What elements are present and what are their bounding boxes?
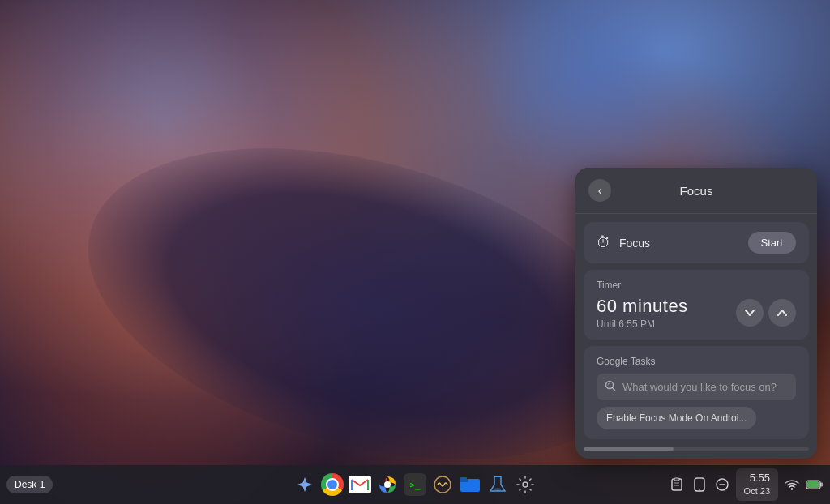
desk-label[interactable]: Desk 1 [6,476,53,493]
photos-icon[interactable] [374,472,400,498]
scroll-bar [584,447,674,451]
time-date-display[interactable]: 5:55 Oct 23 [736,468,778,500]
audio-icon[interactable] [430,472,456,498]
timer-info: 60 minutes Until 6:55 PM [597,296,736,330]
start-button[interactable]: Start [748,232,796,254]
svg-rect-23 [807,481,819,488]
svg-point-5 [434,476,451,493]
timer-increase-button[interactable] [768,299,796,327]
focus-row: ⏱ Focus Start [584,222,809,263]
timer-value: 60 minutes [597,296,736,317]
gmail-icon[interactable] [347,472,373,498]
timer-controls [736,299,796,327]
svg-rect-22 [820,483,823,487]
panel-title: Focus [611,184,781,198]
scroll-indicator [584,447,809,451]
focus-mode-icon: ⏱ [597,234,611,251]
time-text: 5:55 [750,472,770,485]
date-text: Oct 23 [744,485,770,497]
timer-label: Timer [597,280,796,291]
dnd-icon[interactable] [713,476,731,493]
panel-header: ‹ Focus [575,168,817,214]
timer-until: Until 6:55 PM [597,318,736,330]
timer-row: 60 minutes Until 6:55 PM [597,296,796,330]
focus-panel: ‹ Focus ⏱ Focus Start Timer 60 minutes U… [575,168,817,459]
tasks-input-row[interactable]: What would you like to focus on? [597,374,796,400]
tasks-placeholder: What would you like to focus on? [622,381,777,393]
phone-icon[interactable] [691,476,708,493]
launcher-icon[interactable] [292,472,318,498]
timer-section: Timer 60 minutes Until 6:55 PM [584,270,809,340]
taskbar-center: >_ [292,472,538,498]
lab-icon[interactable] [485,472,511,498]
tasks-section: Google Tasks What would you like to focu… [584,346,809,439]
chrome-icon[interactable] [319,472,345,498]
taskbar-left: Desk 1 [6,476,53,493]
wifi-icon[interactable] [783,476,801,493]
terminal-icon[interactable]: >_ [402,472,428,498]
tasks-search-icon [605,380,616,394]
svg-point-17 [699,489,700,490]
svg-point-10 [494,488,501,491]
taskbar: Desk 1 [0,465,830,504]
svg-rect-8 [460,477,467,480]
svg-rect-9 [494,476,501,477]
svg-rect-13 [674,478,679,481]
svg-point-4 [384,481,391,488]
svg-point-11 [523,482,528,487]
settings-icon[interactable] [512,472,538,498]
back-button[interactable]: ‹ [588,179,611,202]
battery-icon[interactable] [806,476,824,493]
timer-decrease-button[interactable] [736,299,764,327]
svg-point-20 [791,488,793,489]
focus-row-label: Focus [619,237,748,250]
enable-focus-mode-button[interactable]: Enable Focus Mode On Androi... [597,407,756,429]
tasks-label: Google Tasks [597,356,796,367]
taskbar-right: 5:55 Oct 23 [668,468,824,500]
files-icon[interactable] [457,472,483,498]
clipboard-icon[interactable] [668,476,686,493]
